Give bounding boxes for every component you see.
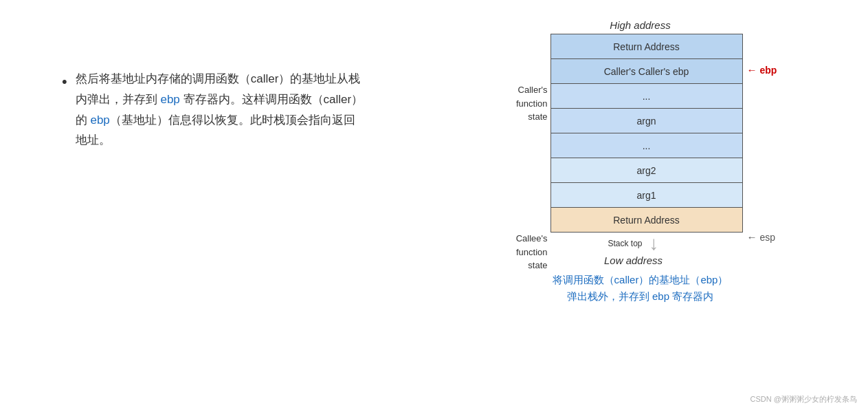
text-line-1: 然后将基地址内存储的调用函数（caller）的基地址从栈 [76, 72, 361, 85]
stack-table-wrapper: Return Address Caller's Caller's ebp ...… [550, 34, 743, 233]
table-row: ... [550, 133, 742, 158]
stack-bottom-area: Stack top ↓ Low address [479, 234, 802, 266]
bottom-caption-line1: 将调用函数（caller）的基地址（ebp） [553, 272, 728, 288]
ebp-label: ebp [760, 65, 777, 76]
cell-return-address-top: Return Address [550, 34, 742, 59]
cell-dots-1: ... [550, 84, 742, 109]
bottom-caption: 将调用函数（caller）的基地址（ebp） 弹出栈外，并存到 ebp 寄存器内 [553, 272, 728, 305]
bottom-caption-line2: 弹出栈外，并存到 ebp 寄存器内 [553, 288, 728, 305]
stack-top-arrow: Stack top ↓ Low address [604, 234, 663, 266]
text-line-2b: 寄存器内。这样调用函数（caller） [180, 93, 363, 106]
table-row: arg2 [550, 158, 742, 183]
ebp-arrow-icon: ← [747, 64, 757, 76]
watermark: CSDN @粥粥粥少女的柠发条鸟 [750, 394, 857, 404]
text-line-3: 的 [76, 114, 91, 127]
text-line-4: 地址。 [76, 133, 111, 147]
bullet-text: 然后将基地址内存储的调用函数（caller）的基地址从栈 内弹出，并存到 ebp… [76, 69, 363, 151]
main-container: • 然后将基地址内存储的调用函数（caller）的基地址从栈 内弹出，并存到 e… [0, 0, 868, 410]
cell-argn: argn [550, 109, 742, 133]
text-line-3b: （基地址）信息得以恢复。此时栈顶会指向返回 [110, 114, 355, 127]
right-section: High address Caller'sfunctionstate Calle… [433, 14, 847, 305]
table-row: ... [550, 84, 742, 109]
cell-dots-2: ... [550, 133, 742, 158]
diagram-wrapper: Caller'sfunctionstate Callee'sfunctionst… [479, 34, 802, 266]
cell-arg2: arg2 [550, 158, 742, 183]
cell-callers-caller-ebp: Caller's Caller's ebp [550, 59, 742, 84]
bullet-dot: • [62, 70, 67, 93]
low-address-label: Low address [604, 255, 663, 266]
ebp-highlight: ebp [160, 93, 179, 106]
table-row: Return Address [550, 34, 742, 59]
left-section: • 然后将基地址内存储的调用函数（caller）的基地址从栈 内弹出，并存到 e… [21, 14, 433, 164]
table-row: arg1 [550, 183, 742, 208]
callers-state-label: Caller'sfunctionstate [516, 83, 548, 124]
ebp-annotation: ← ebp [747, 64, 777, 76]
cell-arg1: arg1 [550, 183, 742, 208]
table-row: argn [550, 109, 742, 133]
table-row: Return Address [550, 208, 742, 233]
text-line-2: 内弹出，并存到 [76, 93, 161, 106]
high-address-label: High address [610, 19, 670, 31]
down-arrow-icon: ↓ [649, 234, 659, 253]
stack-table: Return Address Caller's Caller's ebp ...… [550, 34, 743, 233]
ebp-highlight2: ebp [90, 114, 109, 127]
table-row: Caller's Caller's ebp [550, 59, 742, 84]
stack-top-label: Stack top [608, 239, 642, 248]
bullet-item: • 然后将基地址内存储的调用函数（caller）的基地址从栈 内弹出，并存到 e… [62, 69, 405, 151]
cell-return-address-bottom: Return Address [550, 208, 742, 233]
